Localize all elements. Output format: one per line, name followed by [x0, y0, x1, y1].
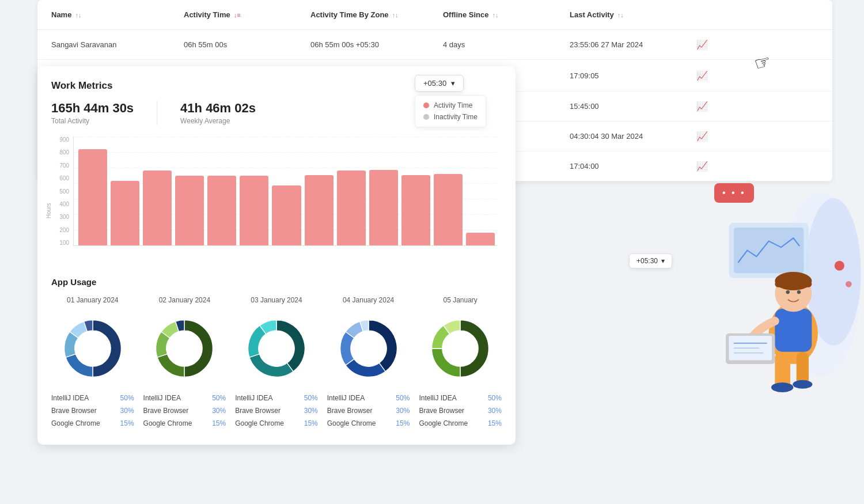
donut-app-pct: 30% — [120, 407, 134, 415]
svg-rect-7 — [729, 223, 809, 278]
donut-app-name: Brave Browser — [419, 407, 464, 415]
donut-legend-1: IntelliJ IDEA50%Brave Browser30%Google C… — [143, 393, 226, 431]
svg-rect-21 — [729, 336, 772, 361]
col-name[interactable]: Name ↑↓ — [47, 0, 179, 29]
bar-10 — [401, 175, 430, 245]
donut-charts-row: 01 January 2024IntelliJ IDEA50%Brave Bro… — [51, 296, 502, 431]
sort-zone-icon[interactable]: ↑↓ — [392, 12, 399, 18]
donut-item-1: 02 January 2024IntelliJ IDEA50%Brave Bro… — [143, 296, 226, 431]
bar-4 — [207, 176, 236, 245]
donut-svg-4 — [423, 311, 498, 386]
action-icon-4[interactable]: 📈 — [696, 131, 708, 142]
weekly-avg-label: Weekly Average — [180, 117, 256, 125]
total-activity-label: Total Activity — [51, 117, 134, 125]
donut-date-1: 02 January 2024 — [159, 296, 210, 304]
y-label-500: 500 — [59, 188, 69, 195]
donut-legend-row-1-0: IntelliJ IDEA50% — [143, 393, 226, 403]
donut-legend-row-2-1: Brave Browser30% — [235, 406, 318, 416]
donut-legend-2: IntelliJ IDEA50%Brave Browser30%Google C… — [235, 393, 318, 431]
donut-app-name: Google Chrome — [51, 419, 100, 427]
svg-point-26 — [846, 281, 852, 287]
col-activity-zone[interactable]: Activity Time By Zone ↑↓ — [306, 0, 438, 29]
svg-point-6 — [806, 198, 861, 346]
svg-point-4 — [444, 332, 477, 365]
donut-app-name: Brave Browser — [327, 407, 373, 415]
legend-activity: Activity Time — [423, 101, 478, 109]
donut-legend-row-0-1: Brave Browser30% — [51, 406, 134, 416]
cell-action-3[interactable]: 📈 — [692, 92, 726, 121]
timezone-value-2: +05:30 — [636, 257, 658, 265]
svg-point-16 — [775, 272, 812, 290]
sort-name-icon[interactable]: ↑↓ — [75, 12, 81, 18]
donut-app-name: Brave Browser — [143, 407, 189, 415]
timezone-dropdown-2[interactable]: +05:30 ▾ — [629, 253, 672, 268]
donut-date-2: 03 January 2024 — [251, 296, 302, 304]
chevron-down-icon: ▾ — [451, 79, 455, 88]
chart-legend: Activity Time Inactivity Time — [415, 95, 486, 127]
chat-bubble: • • • — [714, 183, 754, 203]
col-last-activity[interactable]: Last Activity ↑↓ — [565, 0, 692, 29]
bar-0 — [78, 149, 107, 245]
donut-svg-2 — [239, 311, 314, 386]
y-label-600: 600 — [59, 175, 69, 181]
cell-action-2[interactable]: 📈 — [692, 60, 726, 91]
bar-chart: Hours 900 800 700 600 500 400 300 200 10… — [51, 137, 502, 263]
donut-app-pct: 30% — [212, 407, 226, 415]
legend-inactivity: Inactivity Time — [423, 113, 478, 121]
svg-point-9 — [769, 302, 818, 364]
action-icon-1[interactable]: 📈 — [696, 39, 708, 50]
donut-app-pct: 15% — [304, 419, 318, 427]
donut-app-pct: 30% — [304, 407, 318, 415]
table-header: Name ↑↓ Activity Time ↓≡ Activity Time B… — [37, 0, 832, 30]
donut-app-pct: 50% — [488, 394, 502, 402]
bar-1 — [111, 181, 139, 245]
chevron-down-icon-2: ▾ — [661, 257, 665, 265]
svg-point-13 — [793, 380, 812, 389]
legend-inactivity-label: Inactivity Time — [434, 113, 478, 121]
sort-offline-icon[interactable]: ↑↓ — [492, 12, 498, 18]
cell-action-5[interactable]: 📈 — [692, 151, 726, 181]
svg-rect-8 — [734, 228, 804, 273]
app-usage-title: App Usage — [51, 277, 502, 287]
donut-app-name: Brave Browser — [235, 407, 281, 415]
col-actions — [692, 0, 726, 29]
cell-last-3: 15:45:00 — [565, 92, 692, 121]
svg-point-1 — [168, 332, 201, 365]
cell-action-4[interactable]: 📈 — [692, 122, 726, 151]
y-label-400: 400 — [59, 201, 69, 207]
bar-6 — [272, 185, 301, 245]
action-icon-2[interactable]: 📈 — [696, 70, 708, 81]
cell-offline-1: 4 days — [438, 30, 565, 59]
donut-app-pct: 15% — [212, 419, 226, 427]
col-offline-since[interactable]: Offline Since ↑↓ — [438, 0, 565, 29]
action-icon-5[interactable]: 📈 — [696, 161, 708, 172]
donut-date-3: 04 January 2024 — [343, 296, 394, 304]
y-label-300: 300 — [59, 214, 69, 220]
cell-action-1[interactable]: 📈 — [692, 30, 726, 59]
donut-legend-row-2-2: Google Chrome15% — [235, 418, 318, 429]
svg-rect-17 — [775, 281, 812, 287]
cell-activity-1: 06h 55m 00s — [179, 30, 306, 59]
donut-app-pct: 30% — [488, 407, 502, 415]
donut-legend-row-4-1: Brave Browser30% — [419, 406, 502, 416]
donut-app-pct: 15% — [488, 419, 502, 427]
donut-svg-3 — [331, 311, 406, 386]
donut-app-name: IntelliJ IDEA — [419, 394, 456, 402]
chart-bars — [73, 137, 497, 246]
sort-last-icon[interactable]: ↑↓ — [617, 12, 624, 18]
donut-app-name: Google Chrome — [327, 419, 376, 427]
col-activity-zone-label: Activity Time By Zone — [310, 10, 389, 19]
donut-date-4: 05 January — [443, 296, 477, 304]
donut-svg-0 — [55, 311, 130, 386]
svg-point-0 — [76, 332, 109, 365]
sort-activity-icon[interactable]: ↓≡ — [234, 12, 241, 18]
donut-legend-0: IntelliJ IDEA50%Brave Browser30%Google C… — [51, 393, 134, 431]
col-activity-time[interactable]: Activity Time ↓≡ — [179, 0, 306, 29]
action-icon-3[interactable]: 📈 — [696, 101, 708, 112]
donut-legend-row-0-2: Google Chrome15% — [51, 418, 134, 429]
bar-2 — [143, 170, 172, 245]
donut-legend-row-2-0: IntelliJ IDEA50% — [235, 393, 318, 403]
donut-app-name: IntelliJ IDEA — [327, 394, 365, 402]
donut-legend-row-0-0: IntelliJ IDEA50% — [51, 393, 134, 403]
timezone-dropdown[interactable]: +05:30 ▾ — [415, 75, 464, 92]
